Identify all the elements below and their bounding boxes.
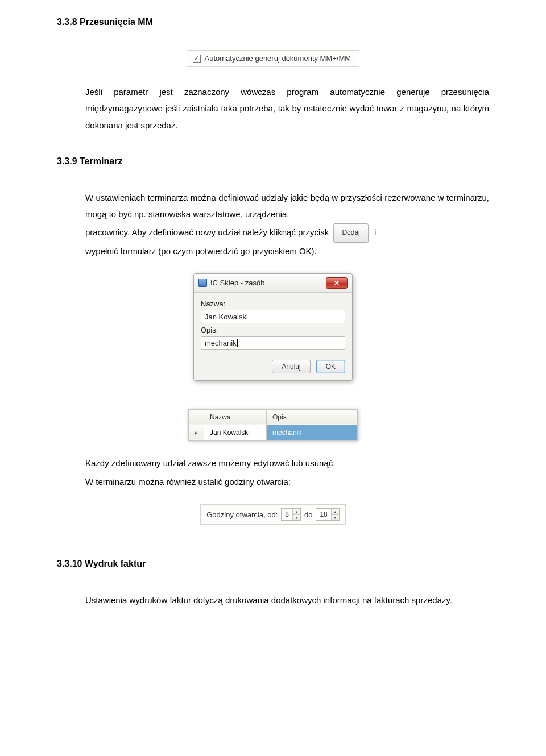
auto-mm-checkbox-label: Automatycznie generuj dokumenty MM+/MM- (205, 54, 354, 63)
spinner-down-icon[interactable]: ▼ (293, 515, 300, 521)
paragraph-338: Jeśli parametr jest zaznaczony wówczas p… (85, 84, 489, 134)
close-button[interactable]: ✕ (326, 277, 348, 289)
col-opis[interactable]: Opis (267, 409, 358, 425)
heading-3310: 3.3.10 Wydruk faktur (57, 559, 489, 569)
resource-dialog: IC Sklep - zasób ✕ Nazwa: Jan Kowalski O… (193, 273, 353, 381)
text-caret (237, 339, 238, 347)
hours-to-value: 18 (316, 509, 330, 520)
hours-label-mid: do (304, 510, 312, 519)
label-opis: Opis: (201, 326, 345, 334)
paragraph-339-b: pracownicy. Aby zdefiniować nowy udział … (85, 223, 489, 259)
cell-opis: mechanik (267, 425, 358, 440)
spinner-down-icon[interactable]: ▼ (332, 515, 339, 521)
col-nazwa[interactable]: Nazwa (204, 409, 267, 425)
hours-from-spinner[interactable]: 8 ▲ ▼ (281, 508, 301, 521)
input-nazwa-value: Jan Kowalski (205, 313, 248, 321)
cell-nazwa: Jan Kowalski (204, 425, 267, 440)
dodaj-button[interactable]: Dodaj (333, 223, 368, 242)
auto-mm-checkbox-row: ✓ Automatycznie generuj dokumenty MM+/MM… (187, 50, 360, 67)
hours-to-spinner[interactable]: 18 ▲ ▼ (316, 508, 339, 521)
paragraph-339-b-pre: pracownicy. Aby zdefiniować nowy udział … (85, 227, 329, 237)
input-nazwa[interactable]: Jan Kowalski (201, 310, 345, 323)
hours-from-value: 8 (282, 509, 292, 520)
input-opis-value: mechanik (205, 339, 237, 347)
auto-mm-checkbox[interactable]: ✓ (193, 55, 201, 63)
window-icon (198, 279, 207, 287)
input-opis[interactable]: mechanik (201, 336, 345, 350)
heading-338: 3.3.8 Przesunięcia MM (57, 17, 489, 27)
spinner-up-icon[interactable]: ▲ (293, 509, 300, 515)
heading-339: 3.3.9 Terminarz (57, 156, 489, 167)
paragraph-339-b-line2: wypełnić formularz (po czym potwierdzić … (85, 246, 317, 256)
paragraph-339-c: Każdy zdefiniowany udział zawsze możemy … (85, 455, 489, 471)
resources-table: Nazwa Opis ▸ Jan Kowalski mechanik (188, 409, 358, 441)
dialog-titlebar: IC Sklep - zasób ✕ (194, 274, 352, 293)
table-row[interactable]: ▸ Jan Kowalski mechanik (189, 425, 358, 440)
paragraph-339-a: W ustawieniach terminarza można definiow… (85, 189, 489, 223)
label-nazwa: Nazwa: (201, 300, 345, 308)
spinner-up-icon[interactable]: ▲ (332, 509, 339, 515)
opening-hours-row: Godziny otwarcia, od: 8 ▲ ▼ do 18 ▲ ▼ (200, 504, 346, 525)
dialog-title: IC Sklep - zasób (210, 279, 264, 287)
rowmarker-icon: ▸ (189, 425, 204, 440)
hours-label-pre: Godziny otwarcia, od: (206, 510, 278, 519)
ok-button[interactable]: OK (316, 360, 345, 373)
paragraph-3310: Ustawienia wydruków faktur dotyczą druko… (85, 592, 489, 608)
cancel-button[interactable]: Anuluj (272, 360, 310, 373)
paragraph-339-b-i: i (374, 227, 376, 237)
close-icon: ✕ (334, 279, 340, 287)
rowmarker-header (189, 409, 204, 425)
paragraph-339-d: W terminarzu można również ustalić godzi… (85, 473, 489, 490)
table-header-row: Nazwa Opis (189, 409, 358, 425)
